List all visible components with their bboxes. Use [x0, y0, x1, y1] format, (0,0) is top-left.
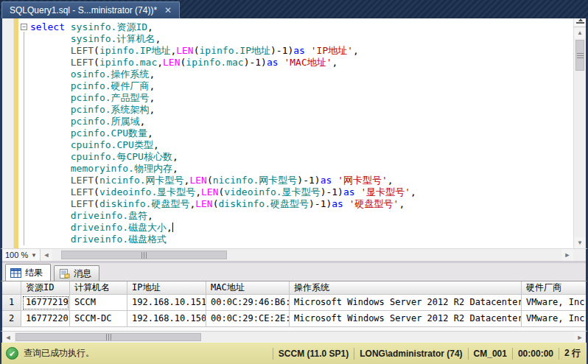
- results-grid: 资源ID计算机名IP地址MAC地址操作系统硬件厂商 116777219SCCM1…: [0, 281, 588, 331]
- grid-cell[interactable]: VMware, Inc.: [522, 311, 586, 327]
- code-line[interactable]: pcinfo.产品型号,: [18, 92, 573, 104]
- grid-header-row: 资源ID计算机名IP地址MAC地址操作系统硬件厂商: [2, 281, 586, 295]
- grid-horizontal-scrollbar[interactable]: ◄ ►: [0, 331, 588, 343]
- zoom-level-select[interactable]: 100 % ▼: [2, 249, 41, 261]
- tab-messages-label: 消息: [74, 267, 91, 280]
- code-line[interactable]: osinfo.操作系统,: [18, 69, 573, 80]
- vertical-scroll-thumb[interactable]: [575, 40, 584, 71]
- grid-column-header[interactable]: MAC地址: [206, 281, 290, 295]
- code-line[interactable]: pcinfo.系统架构,: [18, 104, 573, 116]
- grid-cell[interactable]: 00:0C:29:CE:2E:E5: [206, 311, 290, 327]
- ssms-window: SQLQuery1.sql - S...ministrator (74))* ✕…: [0, 0, 588, 364]
- fold-collapse-icon[interactable]: −: [21, 24, 27, 30]
- editor-gutter: [2, 18, 14, 248]
- grid-cell[interactable]: 16777219: [21, 295, 70, 311]
- grid-scroll-track[interactable]: [14, 332, 574, 343]
- tab-messages[interactable]: 消息: [54, 265, 99, 281]
- text-caret: [172, 223, 173, 232]
- code-line[interactable]: pcinfo.CPU数量,: [18, 127, 573, 139]
- grid-column-header[interactable]: 操作系统: [290, 281, 522, 295]
- code-line[interactable]: cpuinfo.CPU类型,: [18, 139, 573, 151]
- status-separator: [512, 348, 513, 360]
- document-tabstrip: SQLQuery1.sql - S...ministrator (74))* ✕: [0, 0, 588, 18]
- code-area[interactable]: − select sysinfo.资源ID, sysinfo.计算机名, LEF…: [18, 18, 573, 248]
- grid-scroll-thumb[interactable]: [15, 333, 201, 341]
- code-line[interactable]: LEFT(ipinfo.IP地址,LEN(ipinfo.IP地址)-1)as '…: [18, 45, 573, 57]
- vertical-scroll-track[interactable]: [574, 72, 586, 237]
- status-separator: [559, 348, 559, 360]
- grid-body: 116777219SCCM192.168.10.15100:0C:29:46:B…: [2, 295, 586, 327]
- grid-cell[interactable]: 192.168.10.151: [127, 295, 206, 311]
- success-check-icon: ✔: [6, 347, 18, 360]
- grid-cell[interactable]: SCCM: [70, 295, 127, 311]
- messages-icon: [59, 269, 70, 279]
- close-icon[interactable]: ✕: [163, 5, 173, 15]
- grid-row: 216777220SCCM-DC192.168.10.15000:0C:29:C…: [2, 311, 586, 327]
- editor-bottom-bar: 100 % ▼ ◄ ►: [0, 248, 588, 261]
- status-message: 查询已成功执行。: [24, 347, 94, 360]
- editor-vertical-scrollbar[interactable]: ▲ ▼: [573, 18, 586, 248]
- code-line[interactable]: select sysinfo.资源ID,: [18, 21, 573, 33]
- row-selector[interactable]: 1: [2, 295, 21, 311]
- grid-cell[interactable]: 192.168.10.150: [127, 311, 206, 327]
- grid-column-header[interactable]: 资源ID: [21, 281, 70, 295]
- editor-horizontal-scroll-thumb[interactable]: [61, 251, 227, 259]
- tab-results[interactable]: 结果: [5, 264, 51, 281]
- scroll-right-icon[interactable]: ►: [561, 249, 573, 261]
- code-line[interactable]: pcinfo.硬件厂商,: [18, 80, 573, 92]
- thumb-grip-icon: [141, 252, 147, 259]
- thumb-grip-icon: [106, 334, 111, 340]
- status-exec-time: 00:00:00: [518, 349, 553, 359]
- status-server: SCCM (11.0 SP1): [279, 349, 349, 359]
- grid-cell[interactable]: VMware, Inc.: [522, 295, 586, 311]
- code-line[interactable]: driveinfo.磁盘格式: [18, 234, 573, 245]
- code-line[interactable]: LEFT(nicinfo.网卡型号,LEN(nicinfo.网卡型号)-1)as…: [18, 175, 573, 186]
- row-selector[interactable]: 2: [2, 311, 21, 327]
- scroll-down-icon[interactable]: ▼: [574, 237, 586, 248]
- results-tabstrip: 结果 消息: [0, 263, 588, 281]
- code-line[interactable]: LEFT(ipinfo.mac,LEN(ipinfo.mac)-1)as 'MA…: [18, 57, 573, 69]
- status-bar: ✔ 查询已成功执行。 SCCM (11.0 SP1) LONG\administ…: [0, 343, 588, 364]
- status-user: LONG\administrator (74): [360, 349, 462, 359]
- grid-column-header[interactable]: 硬件厂商: [522, 281, 586, 295]
- document-tab-title: SQLQuery1.sql - S...ministrator (74))*: [10, 5, 157, 15]
- scrollbar-corner: [573, 249, 586, 261]
- fold-guide-line: [24, 32, 24, 245]
- scroll-left-icon[interactable]: ◄: [41, 249, 52, 261]
- code-line[interactable]: pcinfo.所属域,: [18, 116, 573, 127]
- split-editor-handle[interactable]: [574, 18, 586, 27]
- status-separator: [468, 348, 469, 360]
- tab-results-label: 结果: [25, 267, 43, 279]
- grid-cell[interactable]: 00:0C:29:46:B6:C1: [206, 295, 290, 311]
- grid-cell[interactable]: Microsoft Windows Server 2012 R2 Datacen…: [290, 295, 522, 311]
- document-tab[interactable]: SQLQuery1.sql - S...ministrator (74))* ✕: [1, 1, 180, 18]
- editor-horizontal-scroll-track[interactable]: [52, 249, 561, 261]
- sql-editor: − select sysinfo.资源ID, sysinfo.计算机名, LEF…: [0, 18, 588, 248]
- results-grid-icon: [10, 268, 21, 278]
- scroll-left-icon[interactable]: ◄: [2, 332, 14, 343]
- grid-cell[interactable]: Microsoft Windows Server 2012 R2 Datacen…: [290, 311, 522, 327]
- status-separator: [273, 348, 273, 360]
- zoom-level-value: 100 %: [5, 251, 28, 259]
- status-separator: [354, 348, 354, 360]
- grid-column-header[interactable]: 计算机名: [70, 281, 127, 295]
- grid-cell[interactable]: SCCM-DC: [70, 311, 127, 327]
- scroll-up-icon[interactable]: ▲: [574, 27, 586, 38]
- split-icon: [576, 20, 584, 26]
- grid-corner-cell[interactable]: [2, 281, 21, 295]
- thumb-grip-icon: [577, 53, 584, 58]
- code-line[interactable]: driveinfo.盘符,: [18, 210, 573, 222]
- status-database: CM_001: [474, 349, 507, 359]
- status-row-count: 2 行: [564, 347, 581, 360]
- scroll-right-icon[interactable]: ►: [574, 332, 586, 343]
- grid-column-header[interactable]: IP地址: [127, 281, 206, 295]
- code-line[interactable]: cpuinfo.每CPU核心数,: [18, 151, 573, 163]
- grid-cell[interactable]: 16777220: [21, 311, 70, 327]
- code-line[interactable]: driveinfo.磁盘大小,: [18, 222, 573, 234]
- grid-row: 116777219SCCM192.168.10.15100:0C:29:46:B…: [2, 295, 586, 311]
- code-line[interactable]: LEFT(videoinfo.显卡型号,LEN(videoinfo.显卡型号)-…: [18, 186, 573, 198]
- code-line[interactable]: LEFT(diskinfo.硬盘型号,LEN(diskinfo.硬盘型号)-1)…: [18, 198, 573, 210]
- code-line[interactable]: sysinfo.计算机名,: [18, 33, 573, 45]
- code-line[interactable]: memoryinfo.物理内存,: [18, 163, 573, 175]
- chevron-down-icon: ▼: [31, 252, 37, 259]
